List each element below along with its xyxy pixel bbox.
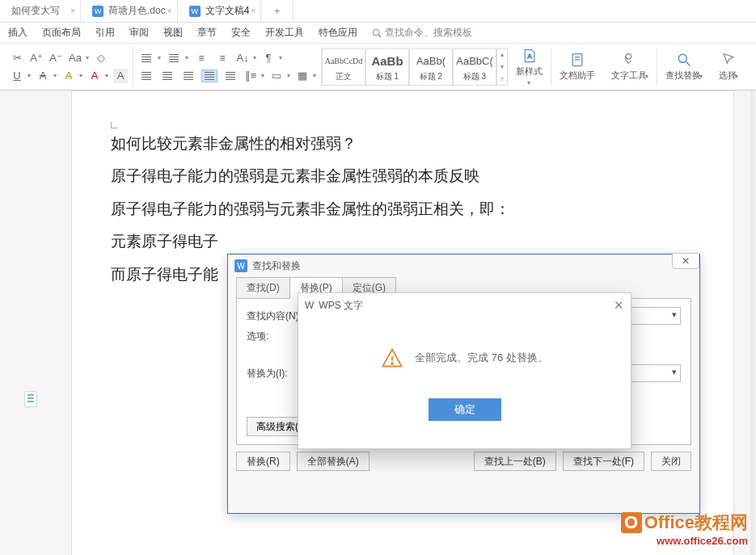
ribbon: ✂A⁺A⁻Aa▾◇ U▾A▾A▾A▾A ▾ ▾ ≡ ≡ A↓▾ ¶▾ ‖≡▾ ▭… bbox=[0, 44, 756, 90]
alert-message: 全部完成。完成 76 处替换。 bbox=[415, 351, 548, 365]
align-center-icon[interactable] bbox=[159, 69, 175, 82]
alert-close-button[interactable]: ✕ bbox=[614, 298, 624, 313]
dialog-title: W 查找和替换 bbox=[228, 254, 699, 277]
svg-line-1 bbox=[378, 35, 381, 37]
menu-view[interactable]: 视图 bbox=[163, 26, 183, 40]
para-1[interactable]: 如何比较元素非金属性的相对强弱？ bbox=[111, 132, 695, 156]
clipboard-group: ✂A⁺A⁻Aa▾◇ U▾A▾A▾A▾A bbox=[5, 48, 133, 86]
warning-icon bbox=[381, 347, 403, 369]
doc-helper-button[interactable]: 文档助手 bbox=[551, 52, 603, 82]
align-dist-icon[interactable] bbox=[222, 69, 239, 82]
scrollbar[interactable] bbox=[750, 90, 754, 555]
para-4[interactable]: 元素原子得电子 bbox=[111, 229, 695, 254]
underline-icon[interactable]: U bbox=[10, 69, 24, 83]
ltr-icon[interactable]: ¶ bbox=[261, 51, 276, 65]
alert-body: 全部完成。完成 76 处替换。 bbox=[298, 317, 631, 398]
tab-doc2[interactable]: W荷塘月色.doc× bbox=[81, 0, 178, 22]
style-h3[interactable]: AaBbC(标题 3 bbox=[453, 48, 496, 86]
tab-label: 文字文稿4 bbox=[205, 4, 250, 18]
alert-dialog: W WPS 文字 ✕ 全部完成。完成 76 处替换。 确定 bbox=[298, 292, 631, 449]
new-tab-button[interactable]: + bbox=[261, 0, 294, 22]
find-prev-button[interactable]: 查找上一处(B) bbox=[474, 452, 556, 471]
close-icon[interactable]: × bbox=[251, 6, 256, 15]
styles-more[interactable]: ▴▾▿ bbox=[496, 48, 508, 86]
replace-all-button[interactable]: 全部替换(A) bbox=[297, 452, 370, 471]
wps-icon: W bbox=[189, 6, 201, 17]
sort-icon[interactable]: A↓ bbox=[235, 51, 250, 65]
svg-point-9 bbox=[391, 363, 393, 364]
svg-point-0 bbox=[374, 29, 380, 36]
border-icon[interactable]: ▦ bbox=[295, 69, 310, 83]
font-color-icon[interactable]: A bbox=[87, 69, 102, 83]
clear-format-icon[interactable]: ◇ bbox=[94, 51, 108, 65]
tab-label: 如何变大写 bbox=[11, 4, 60, 18]
font-dec-icon[interactable]: A⁻ bbox=[49, 51, 63, 65]
dialog-close-button[interactable]: ✕ bbox=[672, 253, 699, 269]
find-next-button[interactable]: 查找下一处(F) bbox=[563, 452, 644, 471]
menu-special[interactable]: 特色应用 bbox=[319, 26, 357, 40]
indent-dec-icon[interactable]: ≡ bbox=[193, 52, 209, 65]
tab-doc1[interactable]: 如何变大写× bbox=[0, 0, 81, 22]
newstyle-icon: A bbox=[522, 48, 538, 64]
menu-dev[interactable]: 开发工具 bbox=[265, 26, 304, 40]
new-style-button[interactable]: A 新样式▾ bbox=[508, 48, 551, 86]
menu-ref[interactable]: 引用 bbox=[95, 26, 115, 40]
para-2[interactable]: 原子得电子能力的强弱是元素非金属性强弱的本质反映 bbox=[111, 164, 695, 188]
dropdown-icon[interactable]: ▾ bbox=[86, 54, 89, 61]
find-replace-button[interactable]: 查找替换▾ bbox=[657, 52, 711, 82]
select-button[interactable]: 选择▾ bbox=[711, 52, 746, 82]
logo-icon: O bbox=[621, 512, 642, 533]
paragraph-group: ▾ ▾ ≡ ≡ A↓▾ ¶▾ ‖≡▾ ▭▾ ▦▾ bbox=[133, 48, 322, 86]
menu-safe[interactable]: 安全 bbox=[231, 26, 251, 40]
alert-title: W WPS 文字 bbox=[298, 293, 631, 317]
style-h1[interactable]: AaBb标题 1 bbox=[365, 48, 409, 86]
indent-inc-icon[interactable]: ≡ bbox=[214, 52, 230, 65]
close-icon[interactable]: × bbox=[167, 6, 172, 15]
document-tabs: 如何变大写× W荷塘月色.doc× W文字文稿4× + bbox=[0, 0, 756, 23]
close-icon[interactable]: × bbox=[70, 6, 75, 15]
shading-icon[interactable]: ▭ bbox=[269, 69, 284, 83]
align-left-icon[interactable] bbox=[138, 69, 154, 82]
replace-button[interactable]: 替换(R) bbox=[236, 452, 290, 471]
highlight-icon[interactable]: A bbox=[61, 69, 76, 83]
watermark: OOffice教程网 www.office26.com bbox=[621, 511, 748, 547]
close-button[interactable]: 关闭 bbox=[651, 452, 691, 471]
select-icon bbox=[720, 52, 737, 68]
replace-label: 替换为(I): bbox=[247, 367, 303, 381]
numbering-icon[interactable] bbox=[166, 52, 182, 65]
align-justify-icon[interactable] bbox=[201, 69, 218, 82]
paste-options-icon[interactable] bbox=[24, 391, 37, 407]
menu-chapter[interactable]: 章节 bbox=[197, 26, 217, 40]
menu-layout[interactable]: 页面布局 bbox=[42, 26, 81, 40]
menu-review[interactable]: 审阅 bbox=[129, 26, 149, 40]
styles-gallery[interactable]: AaBbCcDd正文 AaBb标题 1 AaBb(标题 2 AaBbC(标题 3… bbox=[322, 48, 508, 86]
char-shading-icon[interactable]: A bbox=[113, 69, 128, 83]
style-h2[interactable]: AaBb(标题 2 bbox=[409, 48, 453, 86]
command-search[interactable]: 查找命令、搜索模板 bbox=[372, 26, 472, 40]
style-body[interactable]: AaBbCcDd正文 bbox=[322, 48, 365, 86]
tab-doc3[interactable]: W文字文稿4× bbox=[178, 0, 262, 22]
findreplace-icon bbox=[676, 52, 692, 68]
ok-button[interactable]: 确定 bbox=[429, 398, 501, 421]
change-case-icon[interactable]: Aa bbox=[68, 51, 82, 65]
find-label: 查找内容(N): bbox=[247, 309, 303, 323]
para-3[interactable]: 原子得电子能力的强弱与元素非金属性的强弱正相关，即： bbox=[111, 197, 695, 221]
tab-find[interactable]: 查找(D) bbox=[236, 277, 290, 299]
menu-bar: 插入 页面布局 引用 审阅 视图 章节 安全 开发工具 特色应用 查找命令、搜索… bbox=[0, 23, 756, 44]
line-spacing-icon[interactable]: ‖≡ bbox=[243, 69, 258, 83]
tab-label: 荷塘月色.doc bbox=[108, 4, 166, 18]
wps-icon: W bbox=[92, 6, 103, 17]
search-icon bbox=[372, 28, 382, 38]
svg-text:A: A bbox=[527, 53, 531, 60]
text-tools-button[interactable]: 文字工具▾ bbox=[603, 52, 657, 82]
wps-icon: W bbox=[305, 300, 314, 311]
cut-icon[interactable]: ✂ bbox=[10, 51, 24, 65]
strike-icon[interactable]: A bbox=[36, 69, 50, 83]
font-inc-icon[interactable]: A⁺ bbox=[29, 51, 44, 65]
bullets-icon[interactable] bbox=[138, 52, 154, 65]
menu-insert[interactable]: 插入 bbox=[8, 26, 27, 40]
align-right-icon[interactable] bbox=[180, 69, 196, 82]
dochelper-icon bbox=[569, 52, 585, 68]
texttool-icon bbox=[622, 52, 638, 68]
options-label: 选项: bbox=[247, 330, 303, 343]
